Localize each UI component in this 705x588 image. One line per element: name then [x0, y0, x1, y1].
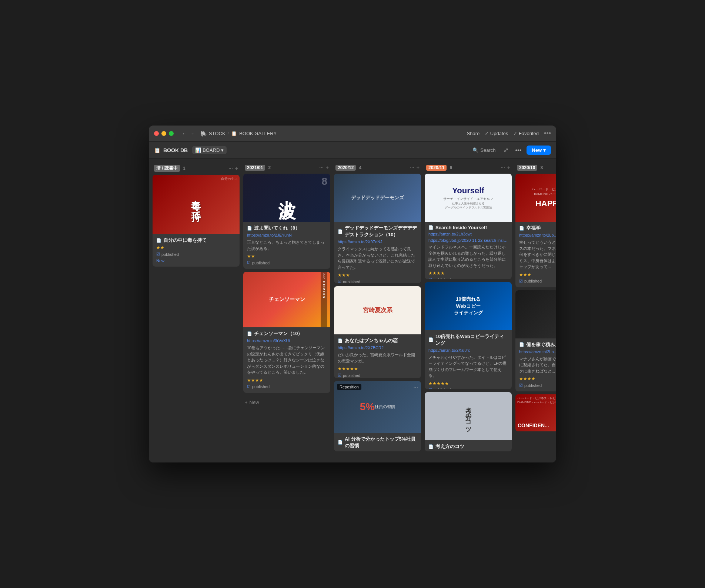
- card-body-bunchan: 📄 あなたはブンちゃんの恋 https://amzn.to/2X7BCR2 だい…: [334, 334, 421, 378]
- card-stars-dedede: ★★★: [338, 273, 417, 278]
- board-container[interactable]: 済 / 読書中 1 ··· + 毒を持て 自分の中に 📄: [149, 159, 556, 462]
- add-new-2021-01[interactable]: + New: [243, 397, 330, 407]
- card-status-webcopy: ☑ published: [428, 388, 508, 389]
- card-status-nami: ☑ published: [247, 260, 327, 265]
- share-button[interactable]: Share: [467, 131, 480, 136]
- card-title-happiness: 📄 幸福学: [519, 225, 556, 231]
- search-button[interactable]: 🔍 Search: [470, 146, 498, 154]
- card-bunchan[interactable]: 宮崎夏次系 📄 あなたはブンちゃんの恋 https://amzn.to/2X7B…: [334, 286, 421, 378]
- col-tag-2020-11: 2020/11: [426, 165, 447, 171]
- plus-icon: +: [245, 400, 248, 405]
- close-button[interactable]: [154, 131, 159, 136]
- card-body-dedede: 📄 デッドデッドデーモンズデデデデデストラクション（10） https://am…: [334, 222, 421, 283]
- col-actions-2021-01[interactable]: ··· +: [319, 165, 329, 171]
- col-header-2020-10: 2020/10 3 ···: [515, 163, 556, 174]
- card-url-siy[interactable]: https://amzn.to/2Lh3dwt: [428, 232, 508, 236]
- col-body-2020-12: デッドデッドデーモンズ 📄 デッドデッドデーモンズデデデデデストラクション（10…: [334, 174, 421, 451]
- nav-back[interactable]: ←: [182, 131, 187, 136]
- breadcrumb-parent[interactable]: STOCK: [209, 131, 225, 136]
- board-icon: 📊: [195, 147, 201, 153]
- card-nami[interactable]: 波よ 8 📄 波よ聞いてくれ（8） https://amzn.to/2JEYun…: [243, 174, 330, 269]
- more-options-icon[interactable]: •••: [544, 130, 551, 137]
- card-title-siy: 📄 Search Inside Yourself: [428, 225, 508, 230]
- card-confidence[interactable]: ハーバード・ビジネス・レビュー 編DIAMOND ハーバード・ビジネス... C…: [515, 394, 556, 431]
- minimize-button[interactable]: [161, 131, 166, 136]
- card-stars-oku: ★★★★: [519, 376, 556, 381]
- card-webcopy[interactable]: 10倍売れるWebコピーライティング 📄 10倍売れるWebコピーライティング …: [425, 282, 512, 389]
- updates-button[interactable]: ✓ Updates: [485, 131, 508, 136]
- card-title-chainsaw: 📄 チェンソーマン（10）: [247, 330, 327, 337]
- nav-forward[interactable]: →: [190, 131, 194, 136]
- card-body-siy: 📄 Search Inside Yourself https://amzn.to…: [425, 222, 512, 279]
- card-siy[interactable]: Yourself サーチ・インサイド・ユアセルフ 仕事と人生を飛躍させる グーグ…: [425, 174, 512, 279]
- cover-text-nami: 波よ: [275, 188, 299, 208]
- breadcrumb-current[interactable]: BOOK GALLERY: [239, 131, 277, 136]
- card-kangaekata[interactable]: 考え方のコツ 📄 考え方のコツ: [425, 392, 512, 451]
- col-actions-read[interactable]: ··· +: [228, 166, 238, 171]
- card-5percent[interactable]: 5% 社員の習慣 Reposition ··· 📄 AI 分析で分かったトップ5…: [334, 381, 421, 451]
- card-body-5percent: 📄 AI 分析で分かったトップ5%社員の習慣: [334, 433, 421, 451]
- card-dedede[interactable]: デッドデッドデーモンズ 📄 デッドデッドデーモンズデデデデデストラクション（10…: [334, 174, 421, 283]
- column-2020-12: 2020/12 4 ··· + デッドデッドデーモンズ 📄 デッドデッドデーモ: [334, 163, 421, 451]
- new-button[interactable]: New ▾: [527, 146, 551, 155]
- card-body-webcopy: 📄 10倍売れるWebコピーライティング https://amzn.to/2Xa…: [425, 330, 512, 389]
- col-count-read: 1: [183, 166, 186, 171]
- card-url-webcopy[interactable]: https://amzn.to/2Xal8rc: [428, 348, 508, 353]
- column-2021-01: 2021/01 2 ··· + 波よ 8 📄 波よ: [243, 163, 330, 407]
- updates-check: ✓: [485, 131, 489, 136]
- card-title-nami: 📄 波よ聞いてくれ（8）: [247, 225, 327, 231]
- card-title-dedede: 📄 デッドデッドデーモンズデデデデデストラクション（10）: [338, 225, 417, 238]
- cover-kangaekata: 考え方のコツ: [425, 392, 512, 440]
- cover-happiness: ハーバード・ビジネス・レビュー 編 DIAMOND ハーバード・ビジネス... …: [515, 174, 556, 222]
- card-desc-siy: マインドフルネス本。一回読んだだけじゃ全体を掴みいれるの難しかった。繰り返し読ん…: [428, 244, 508, 268]
- card-status-happiness: ☑ published: [519, 279, 556, 284]
- toolbar-more-icon[interactable]: •••: [514, 146, 523, 154]
- reposition-badge: Reposition: [337, 384, 361, 390]
- card-desc-oku: マナブさんが動画で発信していることが本に凝縮されてた。自分で稼ぐためにロジックに…: [519, 356, 556, 374]
- col-body-read: 毒を持て 自分の中に 📄 自分の中に毒を持て ★★ ☑ publishe: [153, 175, 240, 267]
- column-2020-10: 2020/10 3 ··· ハーバード・ビジネス・レビュー 編 DIAMOND …: [515, 163, 556, 431]
- fullscreen-button[interactable]: [169, 131, 174, 136]
- card-desc-happiness: 幸せってどういうときを言うのを、ビジネスの本だった。マネジメントするためには何を…: [519, 239, 556, 270]
- card-oku[interactable]: 億を稼ぐ 📄 億を稼ぐ積み上げ力 https://amzn.to/2Ln... …: [515, 290, 556, 392]
- card-url-dedede[interactable]: https://amzn.to/2X97oNJ: [338, 240, 417, 244]
- new-dropdown-icon: ▾: [543, 147, 546, 153]
- nav-arrows: ← →: [182, 131, 194, 136]
- db-icon: 📋: [154, 147, 160, 153]
- expand-icon[interactable]: ⤢: [502, 146, 510, 154]
- cover-dedede: デッドデッドデーモンズ: [334, 174, 421, 222]
- col-actions-2020-11[interactable]: ··· +: [501, 165, 510, 171]
- reposition-more-icon[interactable]: ···: [413, 384, 418, 390]
- col-actions-2020-12[interactable]: ··· +: [410, 165, 420, 171]
- card-title-oku: 📄 億を稼ぐ積み上げ力: [519, 341, 556, 348]
- title-bar: ← → 🐘 STOCK / 📋 BOOK GALLERY Share ✓ Upd…: [149, 126, 556, 142]
- favorited-check: ✓: [513, 131, 517, 136]
- breadcrumb: 🐘 STOCK / 📋 BOOK GALLERY: [200, 131, 277, 137]
- card-url-nami[interactable]: https://amzn.to/2JEYunN: [247, 233, 327, 237]
- card-happiness[interactable]: ハーバード・ビジネス・レビュー 編 DIAMOND ハーバード・ビジネス... …: [515, 174, 556, 287]
- board-selector[interactable]: 📊 BOARD ▾: [192, 146, 227, 154]
- col-body-2020-11: Yourself サーチ・インサイド・ユアセルフ 仕事と人生を飛躍させる グーグ…: [425, 174, 512, 451]
- breadcrumb-sep: /: [228, 131, 229, 136]
- db-title[interactable]: BOOK DB: [163, 147, 188, 153]
- card-stars-webcopy: ★★★★★: [428, 381, 508, 386]
- card-stars-siy: ★★★★: [428, 271, 508, 276]
- card-stars-jibun: ★★: [156, 245, 236, 250]
- title-actions: Share ✓ Updates ✓ Favorited •••: [467, 130, 551, 137]
- col-header-read: 済 / 読書中 1 ··· +: [153, 163, 240, 175]
- card-status-dedede: ☑ published: [338, 279, 417, 283]
- cover-siy: Yourself サーチ・インサイド・ユアセルフ 仕事と人生を飛躍させる グーグ…: [425, 174, 512, 222]
- card-status-bunchan: ☑ published: [338, 373, 417, 378]
- cover-confidence: ハーバード・ビジネス・レビュー 編DIAMOND ハーバード・ビジネス... C…: [515, 394, 556, 431]
- card-url-oku[interactable]: https://amzn.to/2Ln...: [519, 350, 556, 354]
- favorited-button[interactable]: ✓ Favorited: [513, 131, 539, 136]
- card-chainsaw[interactable]: AP COMICS チェンソーマン 📄 チェンソーマン（10） https://…: [243, 272, 330, 393]
- book-gallery-icon: 📋: [231, 131, 237, 136]
- col-count-2020-12: 4: [359, 165, 361, 170]
- card-url-chainsaw[interactable]: https://amzn.to/3rVxXUt: [247, 338, 327, 343]
- card-url-bunchan[interactable]: https://amzn.to/2X7BCR2: [338, 345, 417, 350]
- card-stars-nami: ★★: [247, 254, 327, 259]
- card-jibun[interactable]: 毒を持て 自分の中に 📄 自分の中に毒を持て ★★ ☑ publishe: [153, 175, 240, 267]
- card-url-happiness[interactable]: https://amzn.to/2Lp...: [519, 233, 556, 237]
- card-url2-siy[interactable]: https://blog.35d.jp/2020-11-22-search-in…: [428, 238, 508, 243]
